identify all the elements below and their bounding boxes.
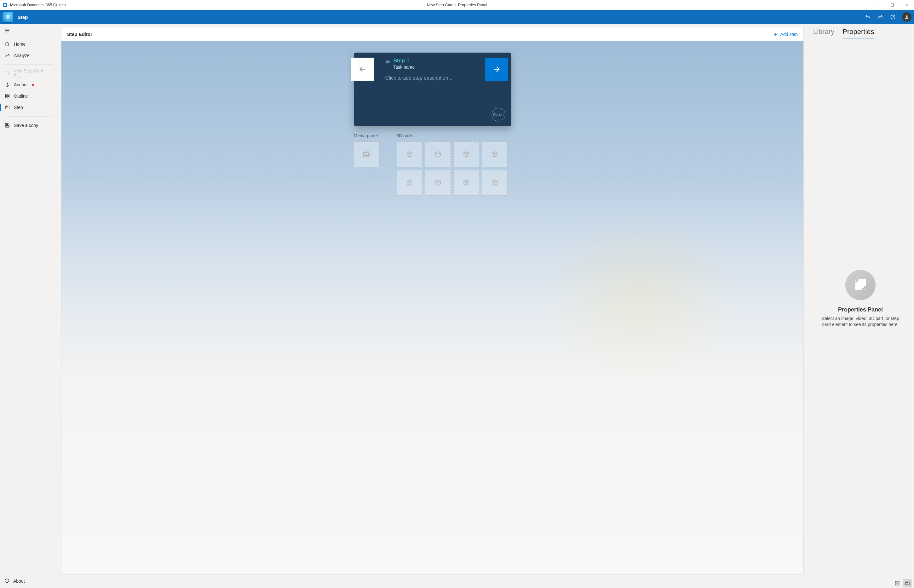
sidebar-item-step[interactable]: Step xyxy=(0,102,58,113)
svg-rect-47 xyxy=(895,583,897,585)
svg-rect-1 xyxy=(4,4,6,6)
3d-part-slot[interactable] xyxy=(425,170,451,195)
svg-rect-16 xyxy=(5,94,7,96)
sidebar-item-outline[interactable]: Outline xyxy=(0,90,58,102)
close-button[interactable] xyxy=(899,0,914,10)
svg-rect-46 xyxy=(898,582,899,583)
sidebar-item-document-tab: New Step Card + Pr... xyxy=(0,68,58,79)
svg-point-24 xyxy=(6,580,7,580)
info-icon xyxy=(5,578,10,584)
step-editor: Step Editor Add step xyxy=(61,27,804,575)
svg-point-34 xyxy=(386,62,386,63)
sidebar-item-label: About xyxy=(13,578,25,583)
save-icon xyxy=(5,123,10,128)
sidebar-item-label: Outline xyxy=(14,94,28,99)
step-icon xyxy=(5,105,10,110)
svg-rect-3 xyxy=(891,4,893,6)
page-title: Step xyxy=(18,15,28,20)
app-logo[interactable] xyxy=(3,12,13,23)
sidebar-item-label: New Step Card + Pr... xyxy=(13,68,53,78)
home-icon xyxy=(5,42,10,47)
sidebar-item-home[interactable]: Home xyxy=(0,39,58,50)
step-card[interactable]: Step 1 Task name Click to add step descr… xyxy=(354,53,511,126)
3d-part-slot[interactable] xyxy=(453,141,479,167)
add-step-button[interactable]: Add step xyxy=(773,32,798,37)
maximize-button[interactable] xyxy=(885,0,899,10)
3d-part-slot[interactable] xyxy=(482,170,508,195)
sidebar-toggle[interactable] xyxy=(0,24,58,37)
sidebar-item-label: Save a copy xyxy=(14,123,38,128)
3d-part-slot[interactable] xyxy=(482,141,508,167)
document-title: New Step Card + Properties Panel xyxy=(427,3,487,7)
properties-empty-body: Select an image, video, 3D part, or step… xyxy=(820,316,901,328)
sidebar-item-about[interactable]: About xyxy=(0,574,58,588)
sidebar-item-analyze[interactable]: Analyze xyxy=(0,50,58,61)
3d-part-slot[interactable] xyxy=(397,141,422,167)
svg-rect-19 xyxy=(8,96,9,98)
svg-point-43 xyxy=(865,279,866,279)
svg-point-8 xyxy=(906,15,908,17)
grid-icon xyxy=(5,94,10,99)
app-name: Microsoft Dynamics 365 Guides xyxy=(10,3,66,7)
bottom-view-switch xyxy=(58,578,914,588)
editor-stage: Step 1 Task name Click to add step descr… xyxy=(61,41,803,575)
svg-point-14 xyxy=(7,83,8,84)
3d-part-slot[interactable] xyxy=(397,170,422,195)
step-title[interactable]: Step 1 xyxy=(393,58,415,64)
sidebar-item-label: Home xyxy=(14,42,26,47)
svg-point-7 xyxy=(893,18,893,19)
3d-parts-label: 3D parts xyxy=(397,133,508,138)
svg-marker-41 xyxy=(859,279,866,286)
view-card-button[interactable] xyxy=(903,579,912,587)
add-step-label: Add step xyxy=(780,32,798,37)
list-icon xyxy=(385,59,390,65)
3d-part-slot[interactable] xyxy=(453,170,479,195)
minimize-button[interactable] xyxy=(870,0,885,10)
svg-rect-45 xyxy=(895,582,897,583)
svg-rect-48 xyxy=(898,583,899,585)
step-task-name[interactable]: Task name xyxy=(393,65,415,69)
next-step-button[interactable] xyxy=(485,58,508,81)
anchor-warning-dot xyxy=(32,84,34,86)
anchor-icon xyxy=(5,82,10,87)
svg-point-33 xyxy=(386,61,386,61)
svg-rect-50 xyxy=(906,582,908,583)
sidebar-item-label: Anchor xyxy=(14,82,28,87)
window-titlebar: Microsoft Dynamics 365 Guides New Step C… xyxy=(0,0,914,10)
action-button[interactable]: Action xyxy=(491,107,506,122)
properties-placeholder-icon xyxy=(845,270,875,300)
svg-rect-21 xyxy=(6,107,8,107)
svg-point-35 xyxy=(492,108,505,121)
sidebar-item-anchor[interactable]: Anchor xyxy=(0,79,58,90)
sidebar-item-label: Analyze xyxy=(14,53,30,58)
svg-rect-12 xyxy=(5,72,9,74)
svg-point-32 xyxy=(386,60,386,60)
sidebar-item-save-copy[interactable]: Save a copy xyxy=(0,120,58,131)
media-slot[interactable] xyxy=(354,141,380,167)
sidebar: Home Analyze New Step Card + Pr... Ancho… xyxy=(0,24,58,588)
card-icon xyxy=(5,71,10,76)
editor-title: Step Editor xyxy=(67,31,92,37)
3d-part-slot[interactable] xyxy=(425,141,451,167)
right-pane: Library Properties Properties Panel Sele… xyxy=(807,24,914,578)
previous-step-button[interactable] xyxy=(351,58,374,81)
svg-point-44 xyxy=(865,289,866,290)
svg-rect-17 xyxy=(8,94,9,96)
chart-icon xyxy=(5,53,10,58)
media-panel-label: Media panel xyxy=(354,133,380,138)
properties-empty-title: Properties Panel xyxy=(838,307,883,313)
svg-point-42 xyxy=(856,280,856,281)
svg-rect-18 xyxy=(5,96,7,98)
app-topbar: Step xyxy=(0,10,914,24)
app-icon xyxy=(3,3,8,8)
view-grid-button[interactable] xyxy=(893,579,902,587)
sidebar-item-label: Step xyxy=(14,105,23,110)
